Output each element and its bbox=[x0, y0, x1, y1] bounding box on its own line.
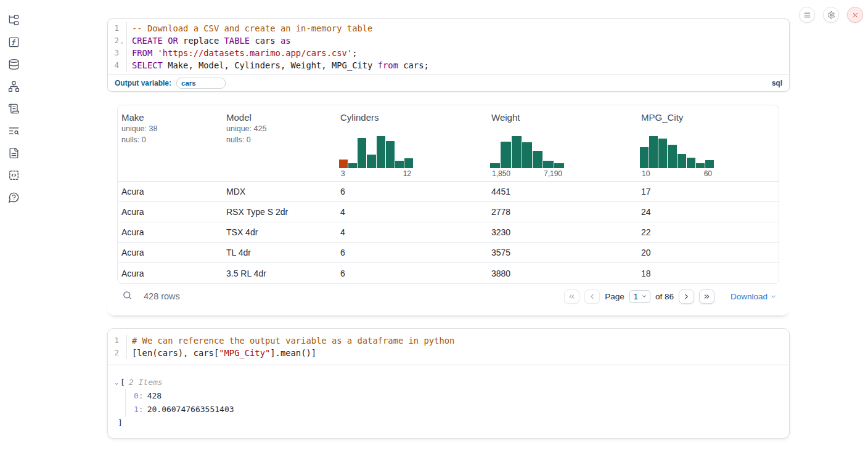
function-icon[interactable] bbox=[8, 36, 20, 48]
sql-editor[interactable]: 1-- Download a CSV and create an in-memo… bbox=[107, 18, 790, 92]
download-label: Download bbox=[731, 292, 768, 301]
code-text: FROM 'https://datasets.marimo.app/cars.c… bbox=[127, 47, 358, 59]
table-body: AcuraMDX6445117AcuraRSX Type S 2dr427782… bbox=[118, 182, 779, 283]
column-header[interactable]: MPG_City1060 bbox=[637, 105, 779, 181]
help-icon[interactable] bbox=[8, 192, 20, 203]
hist-bar[interactable] bbox=[348, 163, 357, 168]
hist-min-label: 10 bbox=[642, 169, 650, 178]
table-cell: 20 bbox=[637, 248, 779, 257]
table-cell: 18 bbox=[637, 269, 779, 278]
collapse-chevron-icon[interactable]: ⌄ bbox=[115, 376, 118, 389]
first-page-button[interactable] bbox=[564, 289, 579, 304]
column-header[interactable]: Weight1,8507,190 bbox=[488, 105, 637, 181]
python-code-lines[interactable]: 1# We can reference the output variable … bbox=[108, 329, 789, 365]
table-row[interactable]: AcuraTL 4dr6357520 bbox=[118, 243, 779, 263]
dependency-graph-icon[interactable] bbox=[8, 81, 20, 92]
hist-max-label: 12 bbox=[403, 169, 411, 178]
hist-bar[interactable] bbox=[386, 141, 395, 168]
line-number: 3 bbox=[108, 47, 127, 59]
table-cell: 3.5 RL 4dr bbox=[223, 269, 337, 278]
table-row[interactable]: AcuraRSX Type S 2dr4277824 bbox=[118, 202, 779, 222]
output-variable-row: Output variable: sql bbox=[108, 74, 789, 91]
close-icon bbox=[851, 11, 859, 19]
table-cell: Acura bbox=[118, 269, 223, 278]
hist-bar[interactable] bbox=[358, 138, 366, 168]
hist-bar[interactable] bbox=[705, 160, 714, 168]
hist-bar[interactable] bbox=[533, 151, 542, 168]
language-badge: sql bbox=[772, 79, 782, 87]
next-page-button[interactable] bbox=[679, 289, 694, 304]
column-header[interactable]: Modelunique: 425nulls: 0 bbox=[223, 105, 337, 181]
hist-bar[interactable] bbox=[377, 136, 385, 168]
database-icon[interactable] bbox=[8, 59, 20, 70]
hist-bar[interactable] bbox=[522, 142, 532, 168]
hist-bar[interactable] bbox=[490, 163, 500, 168]
hist-bar[interactable] bbox=[649, 136, 658, 168]
code-line[interactable]: 4SELECT Make, Model, Cylinders, Weight, … bbox=[108, 59, 789, 71]
table-row[interactable]: Acura3.5 RL 4dr6388018 bbox=[118, 263, 779, 283]
hist-bar[interactable] bbox=[395, 161, 404, 168]
items-count-label: 2 Items bbox=[129, 376, 163, 389]
hist-bar[interactable] bbox=[404, 158, 413, 168]
chevron-left-icon bbox=[588, 293, 596, 301]
hist-bar[interactable] bbox=[640, 147, 649, 168]
column-histogram: 1060 bbox=[640, 134, 714, 178]
code-line[interactable]: 1-- Download a CSV and create an in-memo… bbox=[108, 22, 789, 34]
hist-bar[interactable] bbox=[658, 139, 667, 168]
hist-bar[interactable] bbox=[668, 145, 676, 168]
hist-bar[interactable] bbox=[512, 136, 522, 168]
chevrons-left-icon bbox=[568, 293, 576, 301]
table-row[interactable]: AcuraTSX 4dr4323022 bbox=[118, 222, 779, 243]
download-button[interactable]: Download bbox=[731, 292, 777, 301]
hist-bar[interactable] bbox=[367, 155, 375, 168]
code-line[interactable]: 2[len(cars), cars["MPG_City"].mean()] bbox=[108, 347, 789, 359]
hist-bar[interactable] bbox=[543, 161, 553, 168]
line-number: 2 bbox=[108, 34, 127, 47]
sql-code-lines[interactable]: 1-- Download a CSV and create an in-memo… bbox=[108, 19, 789, 74]
line-number: 1 bbox=[108, 22, 127, 34]
code-line[interactable]: 3FROM 'https://datasets.marimo.app/cars.… bbox=[108, 47, 789, 59]
page-label: Page bbox=[605, 292, 624, 301]
code-line[interactable]: 1# We can reference the output variable … bbox=[108, 334, 789, 347]
table-cell: 22 bbox=[637, 227, 779, 237]
hist-bar[interactable] bbox=[554, 163, 564, 168]
code-line[interactable]: 2⌄CREATE OR replace TABLE cars as bbox=[108, 34, 789, 47]
snippets-icon[interactable] bbox=[8, 169, 20, 181]
hist-bar[interactable] bbox=[687, 158, 695, 168]
hist-bar[interactable] bbox=[678, 154, 686, 168]
table-row[interactable]: AcuraMDX6445117 bbox=[118, 182, 779, 202]
column-header[interactable]: Cylinders312 bbox=[337, 105, 488, 181]
prev-page-button[interactable] bbox=[584, 289, 600, 304]
code-text: CREATE OR replace TABLE cars as bbox=[127, 34, 291, 47]
rows-count: 428 rows bbox=[144, 291, 180, 301]
column-name: Make bbox=[121, 112, 219, 123]
chevron-right-icon bbox=[682, 293, 690, 301]
hist-bar[interactable] bbox=[501, 142, 510, 168]
last-page-button[interactable] bbox=[699, 289, 714, 304]
scroll-icon[interactable] bbox=[8, 103, 20, 115]
menu-button[interactable] bbox=[799, 7, 815, 23]
shutdown-button[interactable] bbox=[847, 7, 863, 23]
page-select[interactable]: 1 bbox=[629, 290, 650, 303]
output-variable-input[interactable] bbox=[176, 78, 226, 89]
document-icon[interactable] bbox=[8, 147, 20, 159]
hist-bar[interactable] bbox=[696, 163, 705, 168]
chevron-down-icon bbox=[770, 293, 777, 300]
file-tree-icon[interactable] bbox=[8, 14, 20, 26]
hist-bar[interactable] bbox=[339, 160, 348, 168]
code-text: SELECT Make, Model, Cylinders, Weight, M… bbox=[127, 59, 429, 71]
search-icon[interactable] bbox=[122, 290, 133, 303]
logs-search-icon[interactable] bbox=[8, 125, 20, 137]
sql-cell: 1-- Download a CSV and create an in-memo… bbox=[107, 18, 790, 315]
data-table: Makeunique: 38nulls: 0Modelunique: 425nu… bbox=[117, 105, 779, 284]
settings-button[interactable] bbox=[823, 7, 839, 23]
python-output: ⌄ [ 2 Items 0:4281:20.060747663551403 ] bbox=[108, 365, 789, 430]
table-cell: Acura bbox=[118, 207, 223, 217]
fold-chevron-icon[interactable]: ⌄ bbox=[120, 35, 123, 47]
column-stat: nulls: 0 bbox=[226, 135, 333, 145]
table-cell: TL 4dr bbox=[223, 248, 337, 257]
column-header[interactable]: Makeunique: 38nulls: 0 bbox=[118, 105, 223, 181]
hist-min-label: 1,850 bbox=[492, 169, 510, 178]
output-tree-head: ⌄ [ 2 Items bbox=[115, 376, 789, 389]
table-cell: 6 bbox=[337, 187, 488, 196]
